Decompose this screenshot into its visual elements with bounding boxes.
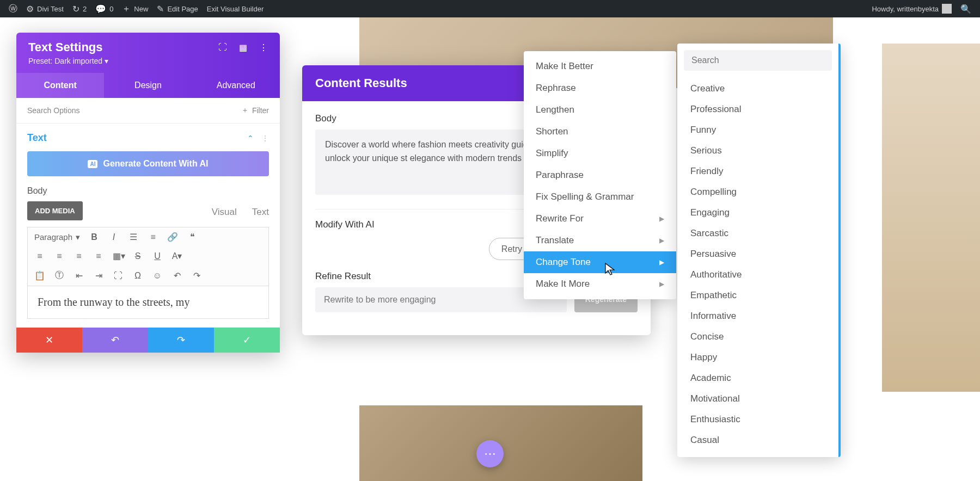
expand-icon[interactable]: ⛶ (218, 42, 227, 53)
cancel-button[interactable]: ✕ (16, 328, 82, 353)
ai-menu-item-make-it-better[interactable]: Make It Better (524, 55, 676, 77)
tone-item-enthusiastic[interactable]: Enthusiastic (684, 409, 832, 430)
tab-content[interactable]: Content (16, 73, 104, 98)
underline-icon[interactable]: U (152, 251, 163, 261)
tone-item-funny[interactable]: Funny (684, 120, 832, 140)
special-char-icon[interactable]: Ω (132, 271, 143, 281)
change-tone-submenu: CreativeProfessionalFunnySeriousFriendly… (677, 44, 841, 457)
wp-logo[interactable]: ⓦ (4, 0, 22, 17)
format-dropdown[interactable]: Paragraph▾ (34, 232, 80, 242)
bold-icon[interactable]: B (89, 232, 100, 242)
ai-menu-item-label: Make It Better (536, 61, 593, 72)
exit-visual-builder-link[interactable]: Exit Visual Builder (203, 0, 268, 17)
tone-item-empathetic[interactable]: Empathetic (684, 285, 832, 306)
number-list-icon[interactable]: ≡ (148, 232, 158, 242)
tab-design[interactable]: Design (104, 73, 192, 98)
edit-page-link[interactable]: ✎Edit Page (152, 0, 202, 17)
section-more-icon[interactable]: ⋮ (261, 134, 269, 143)
align-center-icon[interactable]: ≡ (54, 251, 65, 261)
plus-icon: ＋ (122, 3, 131, 15)
tone-item-concise[interactable]: Concise (684, 326, 832, 347)
ai-menu-item-rephrase[interactable]: Rephrase (524, 77, 676, 99)
more-vert-icon[interactable]: ⋮ (259, 42, 268, 53)
bullet-list-icon[interactable]: ☰ (128, 232, 139, 242)
ai-menu-item-label: Shorten (536, 126, 568, 137)
text-color-icon[interactable]: A▾ (171, 251, 182, 261)
table-icon[interactable]: ▦▾ (113, 251, 124, 261)
editor-textarea[interactable]: From the runway to the streets, my (27, 286, 269, 319)
undo-icon[interactable]: ↶ (171, 270, 182, 281)
redo-button[interactable]: ↷ (148, 328, 214, 353)
ai-menu-item-paraphrase[interactable]: Paraphrase (524, 164, 676, 186)
ai-menu-item-change-tone[interactable]: Change Tone▶ (524, 251, 676, 273)
tone-item-informative[interactable]: Informative (684, 306, 832, 326)
new-content-link[interactable]: ＋New (118, 0, 152, 17)
tone-item-creative[interactable]: Creative (684, 78, 832, 99)
tone-item-academic[interactable]: Academic (684, 368, 832, 388)
comments-link[interactable]: 💬0 (91, 0, 118, 17)
chevron-down-icon: ▾ (105, 57, 108, 65)
collapse-icon[interactable]: ⌃ (247, 134, 254, 143)
tone-item-happy[interactable]: Happy (684, 347, 832, 368)
edit-page-label: Edit Page (167, 5, 198, 13)
ai-menu-item-translate[interactable]: Translate▶ (524, 230, 676, 251)
emoji-icon[interactable]: ☺ (152, 271, 163, 281)
ai-menu-item-rewrite-for[interactable]: Rewrite For▶ (524, 208, 676, 230)
search-options-input[interactable]: Search Options (27, 106, 80, 115)
indent-icon[interactable]: ⇥ (93, 270, 104, 281)
site-name-link[interactable]: ⚙Divi Test (22, 0, 68, 17)
tone-item-sarcastic[interactable]: Sarcastic (684, 223, 832, 244)
text-settings-panel: Text Settings ⛶ ▦ ⋮ Preset: Dark importe… (16, 33, 280, 353)
paste-icon[interactable]: 📋 (34, 270, 45, 281)
tone-item-engaging[interactable]: Engaging (684, 202, 832, 223)
tone-item-friendly[interactable]: Friendly (684, 161, 832, 182)
tone-search-input[interactable] (684, 50, 832, 71)
undo-button[interactable]: ↶ (82, 328, 148, 353)
preset-dropdown[interactable]: Preset: Dark imported ▾ (28, 57, 268, 70)
exit-vb-label: Exit Visual Builder (207, 5, 264, 13)
align-right-icon[interactable]: ≡ (74, 251, 84, 261)
ai-menu-item-make-it-more[interactable]: Make It More▶ (524, 273, 676, 295)
tone-item-serious[interactable]: Serious (684, 140, 832, 161)
ai-menu-item-simplify[interactable]: Simplify (524, 143, 676, 164)
tone-item-casual[interactable]: Casual (684, 430, 832, 451)
howdy-text: Howdy, writtenbyekta (872, 5, 939, 13)
tone-item-persuasive[interactable]: Persuasive (684, 244, 832, 264)
updates-link[interactable]: ↻2 (68, 0, 91, 17)
settings-header: Text Settings ⛶ ▦ ⋮ Preset: Dark importe… (16, 33, 280, 73)
ai-btn-label: Generate Content With AI (103, 159, 208, 169)
editor-tab-text[interactable]: Text (252, 207, 269, 218)
italic-icon[interactable]: I (108, 232, 119, 242)
align-justify-icon[interactable]: ≡ (93, 251, 104, 261)
outdent-icon[interactable]: ⇤ (74, 270, 84, 281)
format-label: Paragraph (34, 232, 72, 242)
redo-icon[interactable]: ↷ (191, 270, 202, 281)
tone-item-authoritative[interactable]: Authoritative (684, 264, 832, 285)
editor-tab-visual[interactable]: Visual (212, 207, 237, 218)
ai-menu-item-shorten[interactable]: Shorten (524, 121, 676, 143)
wp-admin-bar: ⓦ ⚙Divi Test ↻2 💬0 ＋New ✎Edit Page Exit … (0, 0, 980, 17)
chevron-right-icon: ▶ (659, 237, 664, 244)
builder-fab-button[interactable]: ⋯ (476, 440, 504, 467)
ai-menu-item-lengthen[interactable]: Lengthen (524, 99, 676, 121)
link-icon[interactable]: 🔗 (167, 232, 178, 242)
tone-item-compelling[interactable]: Compelling (684, 182, 832, 202)
quote-icon[interactable]: ❝ (187, 232, 198, 242)
tab-advanced[interactable]: Advanced (192, 73, 280, 98)
howdy-link[interactable]: Howdy, writtenbyekta (867, 0, 956, 17)
ai-badge-icon: AI (88, 160, 97, 168)
grid-icon[interactable]: ▦ (239, 42, 247, 53)
generate-content-ai-button[interactable]: AI Generate Content With AI (27, 151, 269, 176)
filter-button[interactable]: ＋Filter (241, 106, 269, 115)
ai-menu-item-label: Fix Spelling & Grammar (536, 192, 634, 202)
tone-item-motivational[interactable]: Motivational (684, 388, 832, 409)
ai-menu-item-fix-spelling-grammar[interactable]: Fix Spelling & Grammar (524, 186, 676, 208)
clear-format-icon[interactable]: Ⓣ (54, 270, 65, 281)
add-media-button[interactable]: ADD MEDIA (27, 201, 83, 220)
align-left-icon[interactable]: ≡ (34, 251, 45, 261)
search-toggle[interactable]: 🔍 (956, 0, 976, 17)
fullscreen-icon[interactable]: ⛶ (113, 271, 124, 281)
tone-item-professional[interactable]: Professional (684, 99, 832, 120)
save-button[interactable]: ✓ (214, 328, 280, 353)
strikethrough-icon[interactable]: S (132, 251, 143, 261)
